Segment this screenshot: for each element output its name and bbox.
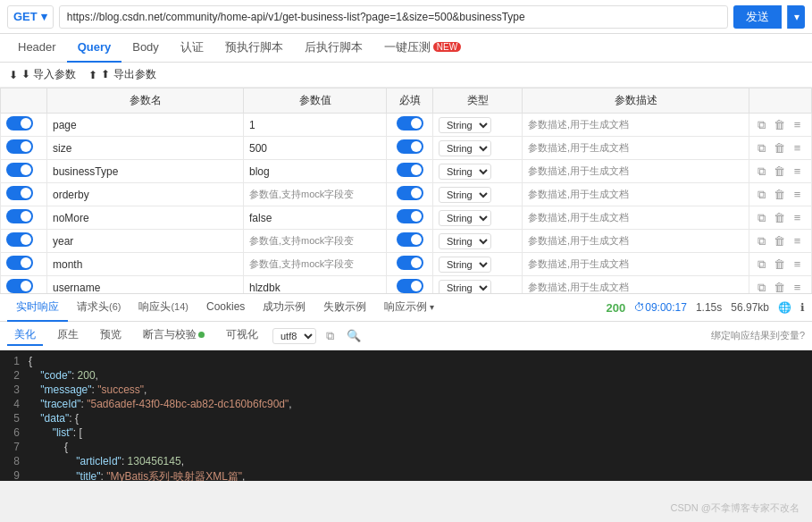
- tab-pre-script[interactable]: 预执行脚本: [214, 34, 294, 63]
- btab-fail-example[interactable]: 失败示例: [314, 293, 375, 322]
- fmt-raw[interactable]: 原生: [50, 325, 86, 346]
- param-drag-handle[interactable]: ≡: [791, 187, 804, 202]
- param-copy-button[interactable]: ⧉: [755, 187, 768, 203]
- param-actions-cell: ⧉ 🗑 ≡: [749, 114, 812, 137]
- param-toggle[interactable]: [6, 186, 33, 200]
- param-delete-button[interactable]: 🗑: [771, 257, 788, 272]
- param-actions-cell: ⧉ 🗑 ≡: [749, 206, 812, 230]
- encoding-select[interactable]: utf8: [272, 328, 316, 344]
- param-actions-cell: ⧉ 🗑 ≡: [749, 230, 812, 253]
- param-type-cell: String: [433, 230, 523, 253]
- param-drag-handle[interactable]: ≡: [791, 233, 804, 248]
- fmt-visualize[interactable]: 可视化: [219, 325, 265, 346]
- tab-header[interactable]: Header: [7, 34, 67, 63]
- fmt-assert[interactable]: 断言与校验: [136, 325, 212, 346]
- param-type-select[interactable]: String: [439, 187, 491, 203]
- method-select[interactable]: GET ▾: [7, 5, 54, 29]
- param-desc-cell: 参数描述,用于生成文档: [523, 137, 749, 160]
- param-delete-button[interactable]: 🗑: [771, 117, 788, 132]
- param-value-cell: 1: [244, 114, 387, 137]
- param-drag-handle[interactable]: ≡: [791, 210, 804, 225]
- param-name-cell: noMore: [47, 206, 244, 230]
- param-copy-button[interactable]: ⧉: [755, 140, 768, 156]
- param-type-select[interactable]: String: [439, 210, 491, 226]
- fmt-preview[interactable]: 预览: [93, 325, 129, 346]
- param-required-toggle[interactable]: [397, 279, 423, 293]
- param-delete-button[interactable]: 🗑: [771, 233, 788, 248]
- param-desc-label: 参数描述,用于生成文档: [528, 189, 629, 199]
- param-name-cell: month: [47, 253, 244, 276]
- param-required-toggle[interactable]: [397, 209, 423, 223]
- import-params-button[interactable]: ⬇ ⬇ 导入参数: [9, 67, 76, 82]
- param-drag-handle[interactable]: ≡: [791, 257, 804, 272]
- param-value-label: 1: [249, 119, 255, 131]
- param-delete-button[interactable]: 🗑: [771, 164, 788, 179]
- param-copy-button[interactable]: ⧉: [755, 210, 768, 226]
- btab-request-headers[interactable]: 请求头(6): [68, 293, 130, 322]
- param-desc-label: 参数描述,用于生成文档: [528, 165, 629, 176]
- param-required-toggle[interactable]: [397, 186, 423, 200]
- param-required-cell: [387, 137, 433, 160]
- send-dropdown-button[interactable]: ▾: [787, 5, 805, 29]
- param-delete-button[interactable]: 🗑: [771, 140, 788, 156]
- json-text: "articleId": 130456145,: [29, 455, 184, 467]
- btab-realtime[interactable]: 实时响应: [7, 293, 68, 322]
- url-input[interactable]: [59, 5, 728, 29]
- param-drag-handle[interactable]: ≡: [791, 140, 804, 156]
- param-copy-button[interactable]: ⧉: [755, 164, 768, 180]
- param-toggle[interactable]: [6, 116, 33, 130]
- param-delete-button[interactable]: 🗑: [771, 187, 788, 202]
- param-drag-handle[interactable]: ≡: [791, 117, 804, 132]
- param-required-toggle[interactable]: [397, 232, 423, 247]
- tab-body[interactable]: Body: [121, 34, 170, 63]
- tab-stress-test[interactable]: 一键压测 NEW: [373, 34, 472, 63]
- btab-response-headers[interactable]: 响应头(14): [130, 293, 197, 322]
- export-params-button[interactable]: ⬆ ⬆ 导出参数: [88, 67, 155, 82]
- param-required-toggle[interactable]: [397, 163, 423, 177]
- param-required-toggle[interactable]: [397, 139, 423, 154]
- param-type-cell: String: [433, 253, 523, 276]
- param-desc-label: 参数描述,用于生成文档: [528, 142, 629, 153]
- status-area: 200 ⏱09:00:17 1.15s 56.97kb 🌐 ℹ: [607, 301, 805, 315]
- param-required-cell: [387, 276, 433, 294]
- param-type-select[interactable]: String: [439, 280, 491, 294]
- param-copy-button[interactable]: ⧉: [755, 117, 768, 133]
- param-drag-handle[interactable]: ≡: [791, 280, 804, 294]
- btab-response-examples[interactable]: 响应示例 ▾: [375, 293, 443, 322]
- param-type-select[interactable]: String: [439, 140, 491, 156]
- param-copy-button[interactable]: ⧉: [755, 257, 768, 273]
- search-icon[interactable]: 🔍: [344, 328, 364, 343]
- param-delete-button[interactable]: 🗑: [771, 280, 788, 294]
- param-toggle[interactable]: [6, 139, 33, 154]
- param-toggle[interactable]: [6, 232, 33, 247]
- param-toggle[interactable]: [6, 209, 33, 223]
- fmt-beautify[interactable]: 美化: [7, 325, 43, 346]
- param-copy-button[interactable]: ⧉: [755, 233, 768, 249]
- param-required-toggle[interactable]: [397, 256, 423, 270]
- line-number: 1: [0, 355, 29, 367]
- param-copy-button[interactable]: ⧉: [755, 280, 768, 294]
- tab-post-script[interactable]: 后执行脚本: [294, 34, 373, 63]
- btab-cookies[interactable]: Cookies: [197, 293, 254, 322]
- param-type-select[interactable]: String: [439, 117, 491, 133]
- param-delete-button[interactable]: 🗑: [771, 210, 788, 225]
- param-toggle[interactable]: [6, 163, 33, 177]
- param-toggle[interactable]: [6, 256, 33, 270]
- param-drag-handle[interactable]: ≡: [791, 164, 804, 179]
- param-required-cell: [387, 183, 433, 206]
- copy-icon[interactable]: ⧉: [323, 328, 337, 344]
- tab-auth[interactable]: 认证: [170, 34, 214, 63]
- send-button[interactable]: 发送: [733, 5, 782, 29]
- table-row: month 参数值,支持mock字段变 String 参数描述,用于生成文档 ⧉…: [1, 253, 812, 276]
- param-required-toggle[interactable]: [397, 116, 423, 130]
- btab-success-example[interactable]: 成功示例: [254, 293, 314, 322]
- tab-query[interactable]: Query: [67, 34, 122, 63]
- param-type-select[interactable]: String: [439, 164, 491, 180]
- param-name-label: orderby: [53, 189, 89, 201]
- param-toggle[interactable]: [6, 279, 33, 293]
- param-type-select[interactable]: String: [439, 233, 491, 249]
- response-size: 56.97kb: [731, 301, 769, 314]
- line-number: 4: [0, 398, 29, 410]
- param-type-select[interactable]: String: [439, 257, 491, 273]
- param-name-label: username: [53, 282, 100, 294]
